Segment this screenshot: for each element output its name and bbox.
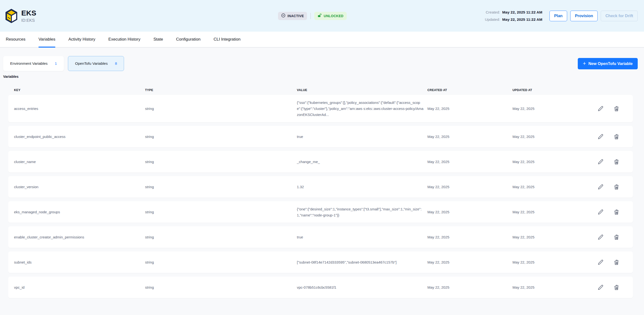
pencil-icon (597, 234, 604, 241)
variable-updated-at: May 22, 2025 (512, 159, 597, 165)
edit-variable-button[interactable] (597, 105, 604, 112)
pencil-icon (597, 133, 604, 140)
variable-type: string (145, 159, 297, 165)
edit-variable-button[interactable] (597, 234, 604, 241)
opentofu-variables-label: OpenTofu Variables (75, 61, 108, 66)
variable-created-at: May 22, 2025 (428, 284, 512, 290)
variable-updated-at: May 22, 2025 (512, 184, 597, 190)
created-label: Created: (485, 10, 500, 14)
variable-created-at: May 22, 2025 (428, 234, 512, 240)
provision-button[interactable]: Provision (570, 11, 598, 21)
trash-icon (613, 158, 620, 165)
trash-icon (613, 234, 620, 241)
status-badges: INACTIVE UNLOCKED (278, 12, 346, 20)
environment-variables-count: 1 (55, 61, 57, 66)
tab-execution-history[interactable]: Execution History (108, 32, 140, 47)
table-header-row: KEY TYPE VALUE CREATED AT UPDATED AT (8, 88, 633, 92)
variable-updated-at: May 22, 2025 (512, 234, 597, 240)
edit-variable-button[interactable] (597, 284, 604, 291)
plan-button[interactable]: Plan (550, 11, 567, 21)
table-row: vpc_id string vpc-078b51c6cbc5581f1 May … (8, 277, 633, 298)
variable-key: enable_cluster_creator_admin_permissions (14, 234, 145, 240)
environment-logo-icon (5, 9, 18, 23)
variable-created-at: May 22, 2025 (428, 259, 512, 265)
variable-type: string (145, 234, 297, 240)
edit-variable-button[interactable] (597, 183, 604, 191)
circle-minus-icon (281, 13, 286, 18)
trash-icon (613, 133, 620, 140)
delete-variable-button[interactable] (613, 259, 620, 266)
pencil-icon (597, 105, 604, 112)
variable-type-switcher: Environment Variables 1 OpenTofu Variabl… (3, 56, 638, 71)
trash-icon (613, 284, 620, 291)
variable-value: _change_me_ (297, 159, 428, 165)
delete-variable-button[interactable] (613, 105, 620, 112)
table-row: cluster_endpoint_public_access string tr… (8, 126, 633, 147)
lock-status-badge: UNLOCKED (314, 12, 347, 20)
variable-key: cluster_endpoint_public_access (14, 134, 145, 140)
delete-variable-button[interactable] (613, 133, 620, 140)
delete-variable-button[interactable] (613, 183, 620, 191)
tab-resources[interactable]: Resources (6, 32, 26, 47)
page-title: EKS (21, 9, 36, 17)
variable-updated-at: May 22, 2025 (512, 284, 597, 290)
pencil-icon (597, 158, 604, 165)
variable-created-at: May 22, 2025 (428, 159, 512, 165)
edit-variable-button[interactable] (597, 209, 604, 216)
variable-value: 1.32 (297, 184, 428, 190)
delete-variable-button[interactable] (613, 284, 620, 291)
column-header-key: KEY (14, 88, 145, 92)
variable-value: {"sso":{"kubernetes_groups":[],"policy_a… (297, 99, 428, 118)
variable-updated-at: May 22, 2025 (512, 259, 597, 265)
updated-value: May 22, 2025 11:22 AM (502, 17, 542, 22)
variable-value: vpc-078b51c6cbc5581f1 (297, 284, 428, 290)
plus-icon: + (583, 61, 586, 66)
column-header-type: TYPE (145, 88, 297, 92)
check-for-drift-button[interactable]: Check for Drift (601, 11, 638, 21)
variable-value: ["subnet-08f14e7142d333595","subnet-0680… (297, 259, 428, 265)
created-value: May 22, 2025 11:22 AM (502, 10, 542, 14)
tab-state[interactable]: State (154, 32, 163, 47)
trash-icon (613, 184, 620, 190)
tab-cli-integration[interactable]: CLI Integration (214, 32, 240, 47)
variable-key: eks_managed_node_groups (14, 209, 145, 215)
opentofu-variables-pill[interactable]: OpenTofu Variables 8 (68, 56, 124, 71)
environment-variables-pill[interactable]: Environment Variables 1 (3, 56, 64, 71)
trash-icon (613, 105, 620, 112)
unlock-icon (318, 13, 322, 18)
column-header-created-at: CREATED AT (428, 88, 512, 92)
delete-variable-button[interactable] (613, 209, 620, 216)
variable-type: string (145, 259, 297, 265)
edit-variable-button[interactable] (597, 259, 604, 266)
edit-variable-button[interactable] (597, 133, 604, 140)
edit-variable-button[interactable] (597, 158, 604, 165)
delete-variable-button[interactable] (613, 158, 620, 165)
trash-icon (613, 209, 620, 216)
variable-updated-at: May 22, 2025 (512, 209, 597, 215)
badge-divider (310, 13, 311, 19)
updated-label: Updated: (485, 17, 500, 22)
variable-updated-at: May 22, 2025 (512, 134, 597, 140)
tab-variables[interactable]: Variables (38, 32, 55, 47)
table-row: eks_managed_node_groups string {"one":{"… (8, 201, 633, 223)
column-header-value: VALUE (297, 88, 428, 92)
environment-id: ID:EKS (21, 18, 36, 23)
table-row: enable_cluster_creator_admin_permissions… (8, 226, 633, 248)
variable-created-at: May 22, 2025 (428, 106, 512, 112)
table-row: cluster_name string _change_me_ May 22, … (8, 151, 633, 172)
status-badge: INACTIVE (278, 12, 307, 20)
variable-value: {"one":{"desired_size":1,"instance_types… (297, 206, 428, 218)
tab-configuration[interactable]: Configuration (176, 32, 200, 47)
environment-variables-label: Environment Variables (10, 61, 48, 66)
delete-variable-button[interactable] (613, 234, 620, 241)
variable-type: string (145, 106, 297, 112)
pencil-icon (597, 184, 604, 190)
new-opentofu-variable-button[interactable]: + New OpenTofu Variable (578, 58, 638, 69)
trash-icon (613, 259, 620, 266)
tab-activity-history[interactable]: Activity History (68, 32, 95, 47)
tab-bar: ResourcesVariablesActivity HistoryExecut… (0, 32, 644, 48)
variable-key: cluster_name (14, 159, 145, 165)
environment-identity: EKS ID:EKS (5, 9, 36, 23)
variable-key: vpc_id (14, 284, 145, 290)
table-row: access_entries string {"sso":{"kubernete… (8, 95, 633, 122)
